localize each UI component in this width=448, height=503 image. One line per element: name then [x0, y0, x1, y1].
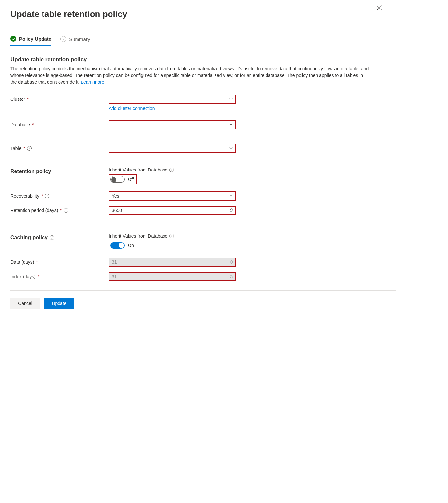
step-label: Policy Update: [19, 36, 51, 42]
step-summary[interactable]: 2 Summary: [60, 36, 90, 46]
retention-period-value: 3650: [112, 208, 122, 213]
database-dropdown[interactable]: [109, 120, 236, 129]
toggle-state: Off: [128, 177, 134, 182]
required-marker: *: [38, 274, 39, 279]
data-days-label: Data (days): [10, 260, 34, 265]
index-days-label: Index (days): [10, 274, 36, 279]
required-marker: *: [32, 122, 34, 127]
table-dropdown[interactable]: [109, 144, 236, 153]
toggle-off-icon: [110, 176, 125, 183]
recoverability-label: Recoverability: [10, 193, 39, 199]
chevron-down-icon: [229, 146, 233, 151]
cancel-button[interactable]: Cancel: [10, 298, 40, 309]
data-days-value: 31: [112, 260, 117, 265]
table-label: Table: [10, 146, 21, 151]
required-marker: *: [36, 260, 38, 265]
caching-inherit-toggle[interactable]: On: [109, 241, 137, 250]
caret-down-icon: [230, 262, 233, 264]
chevron-down-icon: [229, 97, 233, 102]
info-icon[interactable]: i: [27, 146, 32, 151]
caret-down-icon[interactable]: [230, 210, 233, 212]
cluster-label: Cluster: [10, 97, 25, 102]
chevron-down-icon: [229, 193, 233, 199]
inherit-label: Inherit Values from Database: [109, 167, 167, 172]
required-marker: *: [23, 146, 25, 151]
required-marker: *: [41, 193, 43, 199]
recoverability-dropdown[interactable]: Yes: [109, 191, 236, 201]
step-label: Summary: [69, 36, 90, 42]
index-days-value: 31: [112, 274, 117, 279]
info-icon[interactable]: i: [45, 194, 49, 198]
info-icon[interactable]: i: [169, 234, 174, 238]
database-label: Database: [10, 122, 30, 127]
info-icon[interactable]: i: [64, 208, 68, 213]
section-heading: Update table retention policy: [10, 56, 396, 63]
page-title: Update table retention policy: [10, 9, 438, 19]
required-marker: *: [60, 208, 62, 213]
toggle-state: On: [128, 243, 134, 248]
data-days-input: 31: [109, 258, 236, 267]
retention-period-label: Retention period (days): [10, 208, 58, 213]
step-policy-update[interactable]: Policy Update: [10, 36, 51, 46]
required-marker: *: [27, 97, 28, 102]
retention-period-input[interactable]: 3650: [109, 206, 236, 215]
update-button[interactable]: Update: [44, 298, 74, 309]
check-icon: [10, 36, 16, 42]
close-icon[interactable]: [376, 5, 383, 12]
section-description: The retention policy controls the mechan…: [10, 65, 370, 85]
inherit-label: Inherit Values from Database: [109, 233, 167, 239]
step-nav: Policy Update 2 Summary: [10, 36, 396, 46]
add-cluster-link[interactable]: Add cluster connection: [109, 106, 155, 111]
index-days-input: 31: [109, 272, 236, 281]
toggle-on-icon: [110, 242, 125, 249]
caret-down-icon: [230, 277, 233, 278]
recoverability-value: Yes: [112, 193, 119, 199]
retention-inherit-toggle[interactable]: Off: [109, 174, 137, 184]
chevron-down-icon: [229, 122, 233, 127]
info-icon[interactable]: i: [169, 168, 174, 172]
info-icon[interactable]: i: [50, 235, 54, 240]
step-number-icon: 2: [60, 36, 66, 42]
learn-more-link[interactable]: Learn more: [81, 80, 104, 85]
cluster-dropdown[interactable]: [109, 95, 236, 104]
